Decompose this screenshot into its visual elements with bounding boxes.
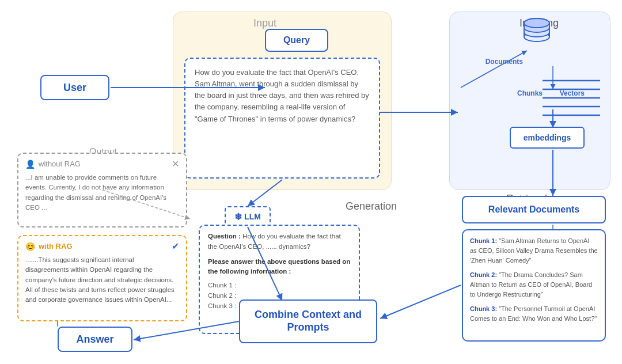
snowflake-icon: ❄ (234, 211, 242, 222)
query-text-box: How do you evaluate the fact that OpenAI… (184, 58, 380, 179)
answer-label: Answer (76, 333, 113, 346)
without-rag-content: ...I am unable to provide comments on fu… (25, 173, 179, 213)
query-box: Query (265, 29, 328, 52)
relevant-docs-box: Relevant Documents (462, 196, 606, 223)
relevant-docs-label: Relevant Documents (488, 204, 579, 215)
generation-section-label: Generation (346, 200, 397, 213)
with-rag-text-label: with RAG (39, 242, 73, 251)
smiley-icon: 😊 (25, 242, 35, 251)
relevant-docs-content: Chunk 1: "Sam Altman Returns to OpenAI a… (462, 229, 606, 342)
embeddings-label: embeddings (524, 133, 571, 142)
diagram: Input Indexing Retrieval Generation Outp… (0, 0, 622, 364)
check-icon: ✔ (172, 241, 179, 252)
user-box: User (40, 75, 109, 100)
answer-box: Answer (58, 327, 132, 352)
without-rag-text-label: without RAG (39, 160, 81, 168)
chunk3-item: Chunk 3: "The Personnel Turmoil at OpenA… (470, 304, 598, 324)
with-rag-header: 😊 with RAG ✔ (25, 241, 179, 252)
chunk1-bold: Chunk 1: (470, 237, 497, 244)
chunk1-item: Chunk 1: "Sam Altman Returns to OpenAI a… (470, 236, 598, 266)
input-section-label: Input (253, 17, 276, 29)
with-rag-box: 😊 with RAG ✔ .......This suggests signif… (17, 235, 187, 321)
llm-label: LLM (244, 212, 261, 221)
with-rag-label: 😊 with RAG (25, 242, 73, 251)
chunk2-bold: Chunk 2: (470, 271, 497, 278)
database-icon (521, 17, 553, 60)
with-rag-content: .......This suggests significant interna… (25, 255, 179, 305)
llm-chunk1: Chunk 1 : (208, 280, 351, 291)
embeddings-box: embeddings (510, 127, 585, 149)
combine-box: Combine Context and Prompts (239, 299, 377, 343)
llm-question-label: Question : How do you evaluate the fact … (208, 232, 351, 252)
without-rag-label: 👤 without RAG (25, 160, 81, 169)
close-icon: ✕ (172, 158, 179, 169)
query-text: How do you evaluate the fact that OpenAI… (195, 68, 369, 123)
combine-label: Combine Context and Prompts (240, 309, 376, 333)
llm-box: ❄ LLM (225, 206, 271, 227)
person-icon: 👤 (25, 160, 35, 169)
chunk2-item: Chunk 2: "The Drama Concludes? Sam Altma… (470, 270, 598, 299)
without-rag-box: 👤 without RAG ✕ ...I am unable to provid… (17, 153, 187, 227)
question-label: Question : (208, 233, 241, 240)
without-rag-header: 👤 without RAG ✕ (25, 158, 179, 169)
instruction-text: Please answer the above questions based … (208, 258, 350, 275)
llm-instruction: Please answer the above questions based … (208, 257, 351, 278)
svg-point-14 (524, 18, 549, 28)
chunk-lines-icon (537, 69, 606, 127)
svg-line-27 (380, 285, 461, 318)
chunk3-bold: Chunk 3: (470, 305, 497, 312)
user-label: User (63, 82, 86, 94)
documents-label: Documents (486, 58, 523, 66)
query-label: Query (283, 35, 310, 46)
